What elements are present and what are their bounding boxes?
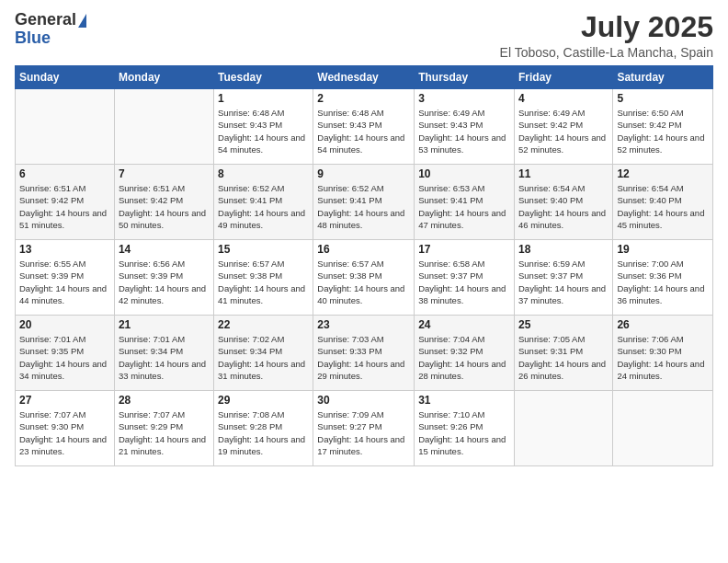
day-detail: Sunrise: 7:10 AM Sunset: 9:26 PM Dayligh…: [418, 408, 510, 457]
day-number: 19: [617, 243, 709, 256]
day-detail: Sunrise: 6:55 AM Sunset: 9:39 PM Dayligh…: [19, 258, 110, 306]
day-detail: Sunrise: 6:54 AM Sunset: 9:40 PM Dayligh…: [617, 182, 709, 231]
table-row: 5Sunrise: 6:50 AM Sunset: 9:42 PM Daylig…: [613, 89, 713, 165]
day-number: 13: [19, 243, 110, 256]
header-saturday: Saturday: [613, 66, 713, 89]
day-detail: Sunrise: 6:52 AM Sunset: 9:41 PM Dayligh…: [218, 182, 309, 231]
day-number: 16: [317, 243, 410, 256]
header-thursday: Thursday: [415, 66, 515, 89]
table-row: 3Sunrise: 6:49 AM Sunset: 9:43 PM Daylig…: [415, 89, 515, 165]
day-number: 25: [518, 318, 609, 331]
table-row: 1Sunrise: 6:48 AM Sunset: 9:43 PM Daylig…: [214, 89, 313, 165]
table-row: [114, 89, 213, 165]
table-row: 27Sunrise: 7:07 AM Sunset: 9:30 PM Dayli…: [16, 391, 115, 466]
day-number: 24: [418, 318, 510, 331]
day-detail: Sunrise: 6:51 AM Sunset: 9:42 PM Dayligh…: [119, 182, 210, 231]
table-row: 24Sunrise: 7:04 AM Sunset: 9:32 PM Dayli…: [415, 316, 515, 391]
day-number: 11: [518, 167, 609, 180]
table-row: 7Sunrise: 6:51 AM Sunset: 9:42 PM Daylig…: [114, 165, 213, 240]
header: General Blue July 2025 El Toboso, Castil…: [15, 11, 713, 60]
title-block: July 2025 El Toboso, Castille-La Mancha,…: [500, 11, 713, 60]
table-row: 6Sunrise: 6:51 AM Sunset: 9:42 PM Daylig…: [16, 165, 115, 240]
table-row: 11Sunrise: 6:54 AM Sunset: 9:40 PM Dayli…: [514, 165, 612, 240]
day-detail: Sunrise: 6:56 AM Sunset: 9:39 PM Dayligh…: [119, 258, 210, 306]
day-detail: Sunrise: 6:57 AM Sunset: 9:38 PM Dayligh…: [218, 258, 309, 306]
table-row: 17Sunrise: 6:58 AM Sunset: 9:37 PM Dayli…: [415, 240, 515, 316]
day-number: 4: [518, 92, 609, 105]
day-detail: Sunrise: 7:01 AM Sunset: 9:35 PM Dayligh…: [19, 333, 110, 382]
table-row: 29Sunrise: 7:08 AM Sunset: 9:28 PM Dayli…: [214, 391, 313, 466]
day-detail: Sunrise: 7:08 AM Sunset: 9:28 PM Dayligh…: [218, 408, 309, 457]
logo: General Blue: [15, 11, 86, 48]
day-number: 10: [418, 167, 510, 180]
day-number: 1: [218, 92, 309, 105]
logo-general: General: [15, 11, 76, 29]
table-row: 10Sunrise: 6:53 AM Sunset: 9:41 PM Dayli…: [415, 165, 515, 240]
day-detail: Sunrise: 6:49 AM Sunset: 9:43 PM Dayligh…: [418, 107, 510, 155]
calendar-title: July 2025: [500, 11, 713, 43]
day-detail: Sunrise: 7:01 AM Sunset: 9:34 PM Dayligh…: [119, 333, 210, 382]
table-row: 2Sunrise: 6:48 AM Sunset: 9:43 PM Daylig…: [313, 89, 415, 165]
day-number: 30: [317, 394, 410, 407]
day-detail: Sunrise: 6:48 AM Sunset: 9:43 PM Dayligh…: [317, 107, 410, 155]
table-row: 19Sunrise: 7:00 AM Sunset: 9:36 PM Dayli…: [613, 240, 713, 316]
page-container: General Blue July 2025 El Toboso, Castil…: [0, 0, 728, 474]
table-row: 8Sunrise: 6:52 AM Sunset: 9:41 PM Daylig…: [214, 165, 313, 240]
header-tuesday: Tuesday: [214, 66, 313, 89]
day-number: 22: [218, 318, 309, 331]
day-number: 15: [218, 243, 309, 256]
day-detail: Sunrise: 6:51 AM Sunset: 9:42 PM Dayligh…: [19, 182, 110, 231]
day-number: 8: [218, 167, 309, 180]
day-detail: Sunrise: 6:57 AM Sunset: 9:38 PM Dayligh…: [317, 258, 410, 306]
day-detail: Sunrise: 7:05 AM Sunset: 9:31 PM Dayligh…: [518, 333, 609, 382]
day-detail: Sunrise: 6:58 AM Sunset: 9:37 PM Dayligh…: [418, 258, 510, 306]
table-row: 16Sunrise: 6:57 AM Sunset: 9:38 PM Dayli…: [313, 240, 415, 316]
table-row: [613, 391, 713, 466]
table-row: 13Sunrise: 6:55 AM Sunset: 9:39 PM Dayli…: [16, 240, 115, 316]
table-row: 23Sunrise: 7:03 AM Sunset: 9:33 PM Dayli…: [313, 316, 415, 391]
table-row: 26Sunrise: 7:06 AM Sunset: 9:30 PM Dayli…: [613, 316, 713, 391]
day-number: 20: [19, 318, 110, 331]
day-detail: Sunrise: 7:07 AM Sunset: 9:29 PM Dayligh…: [119, 408, 210, 457]
day-detail: Sunrise: 7:03 AM Sunset: 9:33 PM Dayligh…: [317, 333, 410, 382]
table-row: 22Sunrise: 7:02 AM Sunset: 9:34 PM Dayli…: [214, 316, 313, 391]
day-number: 27: [19, 394, 110, 407]
day-detail: Sunrise: 7:09 AM Sunset: 9:27 PM Dayligh…: [317, 408, 410, 457]
day-number: 17: [418, 243, 510, 256]
day-number: 5: [617, 92, 709, 105]
day-detail: Sunrise: 6:50 AM Sunset: 9:42 PM Dayligh…: [617, 107, 709, 155]
table-row: 4Sunrise: 6:49 AM Sunset: 9:42 PM Daylig…: [514, 89, 612, 165]
day-number: 14: [119, 243, 210, 256]
table-row: [16, 89, 115, 165]
day-detail: Sunrise: 6:48 AM Sunset: 9:43 PM Dayligh…: [218, 107, 309, 155]
calendar-location: El Toboso, Castille-La Mancha, Spain: [500, 45, 713, 60]
day-detail: Sunrise: 7:04 AM Sunset: 9:32 PM Dayligh…: [418, 333, 510, 382]
day-number: 9: [317, 167, 410, 180]
day-detail: Sunrise: 7:02 AM Sunset: 9:34 PM Dayligh…: [218, 333, 309, 382]
day-detail: Sunrise: 6:59 AM Sunset: 9:37 PM Dayligh…: [518, 258, 609, 306]
day-number: 26: [617, 318, 709, 331]
header-wednesday: Wednesday: [313, 66, 415, 89]
day-number: 12: [617, 167, 709, 180]
table-row: 25Sunrise: 7:05 AM Sunset: 9:31 PM Dayli…: [514, 316, 612, 391]
header-friday: Friday: [514, 66, 612, 89]
day-number: 18: [518, 243, 609, 256]
day-detail: Sunrise: 6:52 AM Sunset: 9:41 PM Dayligh…: [317, 182, 410, 231]
calendar-table: Sunday Monday Tuesday Wednesday Thursday…: [15, 65, 713, 466]
table-row: 20Sunrise: 7:01 AM Sunset: 9:35 PM Dayli…: [16, 316, 115, 391]
day-detail: Sunrise: 7:07 AM Sunset: 9:30 PM Dayligh…: [19, 408, 110, 457]
day-number: 28: [119, 394, 210, 407]
calendar-header: Sunday Monday Tuesday Wednesday Thursday…: [16, 66, 713, 89]
day-detail: Sunrise: 7:00 AM Sunset: 9:36 PM Dayligh…: [617, 258, 709, 306]
table-row: 9Sunrise: 6:52 AM Sunset: 9:41 PM Daylig…: [313, 165, 415, 240]
header-sunday: Sunday: [16, 66, 115, 89]
day-detail: Sunrise: 6:49 AM Sunset: 9:42 PM Dayligh…: [518, 107, 609, 155]
table-row: [514, 391, 612, 466]
table-row: 28Sunrise: 7:07 AM Sunset: 9:29 PM Dayli…: [114, 391, 213, 466]
day-number: 29: [218, 394, 309, 407]
day-number: 31: [418, 394, 510, 407]
table-row: 21Sunrise: 7:01 AM Sunset: 9:34 PM Dayli…: [114, 316, 213, 391]
calendar-body: 1Sunrise: 6:48 AM Sunset: 9:43 PM Daylig…: [16, 89, 713, 466]
header-monday: Monday: [114, 66, 213, 89]
table-row: 15Sunrise: 6:57 AM Sunset: 9:38 PM Dayli…: [214, 240, 313, 316]
